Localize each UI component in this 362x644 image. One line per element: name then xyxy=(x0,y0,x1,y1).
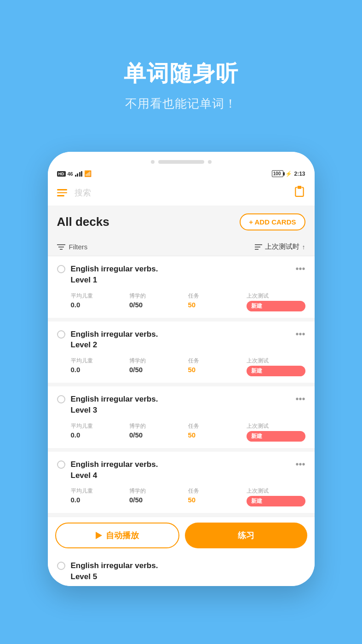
stat-lasttest-badge-2: 新建 xyxy=(247,366,305,376)
stat-learned-value-1: 0/50 xyxy=(129,301,188,309)
filter-icon xyxy=(57,244,65,250)
deck-stats-3: 平均儿童 0.0 博学的 0/50 任务 50 上次测试 新建 xyxy=(71,422,305,442)
filters-right[interactable]: 上次测试时 ↑ xyxy=(255,242,305,251)
stat-avg-value-3: 0.0 xyxy=(71,431,130,439)
notch-pill xyxy=(158,160,204,164)
signal-bars xyxy=(75,171,83,177)
stat-lasttest-4: 上次测试 新建 xyxy=(247,487,305,506)
stat-learned-value-4: 0/50 xyxy=(129,496,188,504)
deck-name-5[interactable]: English irregular verbs.Level 5 xyxy=(71,560,158,582)
signal-indicator: 46 xyxy=(68,171,73,177)
hero-subtitle: 不用看也能记单词！ xyxy=(125,96,237,112)
stat-task-value-1: 50 xyxy=(188,301,247,309)
deck-card-3: English irregular verbs.Level 3 ••• 平均儿童… xyxy=(48,386,315,452)
signal-bar-1 xyxy=(75,175,76,177)
deck-card-5-partial: English irregular verbs.Level 5 xyxy=(48,554,315,586)
stat-avg-1: 平均儿童 0.0 xyxy=(71,292,130,311)
stat-task-value-3: 50 xyxy=(188,431,247,439)
deck-stats-2: 平均儿童 0.0 博学的 0/50 任务 50 上次测试 新建 xyxy=(71,357,305,376)
menu-line-2 xyxy=(57,192,67,194)
menu-line-1 xyxy=(57,189,67,190)
stat-lasttest-badge-1: 新建 xyxy=(247,301,305,311)
stat-task-4: 任务 50 xyxy=(188,487,247,506)
stat-lasttest-label-3: 上次测试 xyxy=(247,422,305,430)
deck-name-1[interactable]: English irregular verbs.Level 1 xyxy=(71,264,158,286)
decks-header: All decks + ADD CARDS xyxy=(48,206,315,238)
stat-task-2: 任务 50 xyxy=(188,357,247,376)
deck-stats-1: 平均儿童 0.0 博学的 0/50 任务 50 上次测试 新建 xyxy=(71,292,305,311)
stat-learned-value-2: 0/50 xyxy=(129,366,188,374)
deck-more-1[interactable]: ••• xyxy=(292,264,305,274)
filters-bar: Filters 上次测试时 ↑ xyxy=(48,238,315,256)
stat-task-value-2: 50 xyxy=(188,366,247,374)
deck-card-2: English irregular verbs.Level 2 ••• 平均儿童… xyxy=(48,322,315,387)
stat-task-3: 任务 50 xyxy=(188,422,247,442)
sort-icon xyxy=(255,244,262,250)
stat-avg-value-4: 0.0 xyxy=(71,496,130,504)
filters-left[interactable]: Filters xyxy=(57,243,88,251)
deck-more-4[interactable]: ••• xyxy=(292,459,305,470)
search-placeholder[interactable]: 搜索 xyxy=(75,187,293,198)
status-left: HD 46 📶 xyxy=(57,170,92,177)
hamburger-menu-icon[interactable] xyxy=(57,189,67,196)
stat-task-label-1: 任务 xyxy=(188,292,247,300)
stat-avg-3: 平均儿童 0.0 xyxy=(71,422,130,442)
stat-lasttest-label-2: 上次测试 xyxy=(247,357,305,365)
top-nav: 搜索 xyxy=(48,180,315,206)
stat-avg-label-3: 平均儿童 xyxy=(71,422,130,430)
stat-learned-label-1: 博学的 xyxy=(129,292,188,300)
deck-name-3[interactable]: English irregular verbs.Level 3 xyxy=(71,394,158,416)
stat-task-label-2: 任务 xyxy=(188,357,247,365)
phone-top-bar xyxy=(48,152,315,167)
stat-avg-label-1: 平均儿童 xyxy=(71,292,130,300)
add-cards-button[interactable]: + ADD CARDS xyxy=(240,213,305,230)
stat-lasttest-label-1: 上次测试 xyxy=(247,292,305,300)
phone-mockup: HD 46 📶 100 ⚡ 2:13 搜索 xyxy=(48,152,315,586)
stat-avg-label-4: 平均儿童 xyxy=(71,487,130,495)
hero-section: 单词随身听 不用看也能记单词！ xyxy=(0,0,362,170)
signal-bar-4 xyxy=(81,171,82,177)
signal-bar-2 xyxy=(77,173,78,177)
stat-task-label-3: 任务 xyxy=(188,422,247,430)
stat-avg-value-2: 0.0 xyxy=(71,366,130,374)
deck-name-2[interactable]: English irregular verbs.Level 2 xyxy=(71,329,158,351)
clipboard-icon[interactable] xyxy=(293,185,305,200)
stat-task-value-4: 50 xyxy=(188,496,247,504)
stat-learned-label-3: 博学的 xyxy=(129,422,188,430)
stat-task-label-4: 任务 xyxy=(188,487,247,495)
deck-card-4: English irregular verbs.Level 4 ••• 平均儿童… xyxy=(48,452,315,517)
deck-checkbox-2[interactable] xyxy=(57,330,65,339)
deck-name-4[interactable]: English irregular verbs.Level 4 xyxy=(71,459,158,481)
deck-checkbox-1[interactable] xyxy=(57,265,65,273)
deck-more-3[interactable]: ••• xyxy=(292,394,305,404)
deck-list: English irregular verbs.Level 1 ••• 平均儿童… xyxy=(48,256,315,517)
deck-checkbox-4[interactable] xyxy=(57,460,65,469)
deck-checkbox-3[interactable] xyxy=(57,395,65,403)
sort-label: 上次测试时 xyxy=(265,242,299,251)
auto-play-button[interactable]: 自动播放 xyxy=(55,523,179,548)
stat-lasttest-badge-3: 新建 xyxy=(247,431,305,442)
time-display: 2:13 xyxy=(294,171,305,177)
all-decks-title: All decks xyxy=(57,215,109,229)
stat-learned-1: 博学的 0/50 xyxy=(129,292,188,311)
charging-icon: ⚡ xyxy=(285,171,292,177)
deck-checkbox-5[interactable] xyxy=(57,562,65,570)
hero-title: 单词随身听 xyxy=(124,59,239,88)
stat-lasttest-badge-4: 新建 xyxy=(247,496,305,506)
stat-learned-3: 博学的 0/50 xyxy=(129,422,188,442)
practice-button[interactable]: 练习 xyxy=(185,523,307,548)
status-right: 100 ⚡ 2:13 xyxy=(272,170,305,177)
sort-direction-icon: ↑ xyxy=(302,243,305,251)
hd-badge: HD xyxy=(57,171,66,177)
deck-card-1: English irregular verbs.Level 1 ••• 平均儿童… xyxy=(48,256,315,322)
stat-avg-label-2: 平均儿童 xyxy=(71,357,130,365)
status-bar: HD 46 📶 100 ⚡ 2:13 xyxy=(48,167,315,180)
stat-task-1: 任务 50 xyxy=(188,292,247,311)
deck-more-2[interactable]: ••• xyxy=(292,329,305,339)
wifi-icon: 📶 xyxy=(84,170,92,177)
filters-label: Filters xyxy=(69,243,88,251)
notch-dot-left xyxy=(151,160,155,164)
bottom-bar: 自动播放 练习 xyxy=(48,517,315,554)
menu-line-3 xyxy=(57,195,64,196)
stat-lasttest-1: 上次测试 新建 xyxy=(247,292,305,311)
